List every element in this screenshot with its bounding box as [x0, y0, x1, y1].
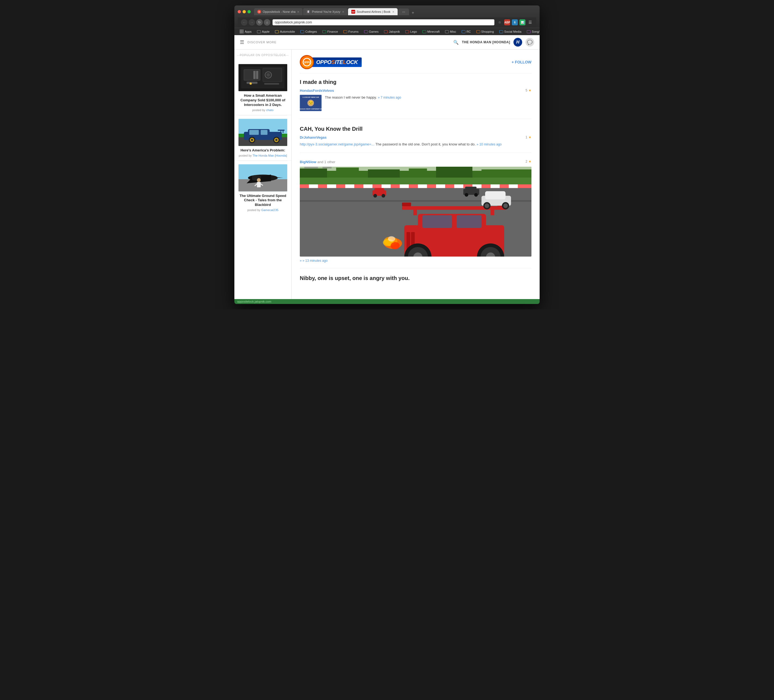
search-icon[interactable]: 🔍: [453, 40, 459, 45]
sidebar-article-gtr[interactable]: Here's America's Problem: posted by The …: [234, 116, 291, 161]
bookmarks-bar: Apps Apple Automobile Colleges Finance F…: [234, 28, 540, 35]
new-tab-button[interactable]: +: [410, 10, 417, 15]
bookmark-shopping[interactable]: Shopping: [474, 30, 496, 34]
nibby-title: Nibby, one is upset, one is angry with y…: [300, 275, 531, 281]
follow-button[interactable]: FOLLOW: [511, 60, 531, 64]
sidebar-img-engine: [238, 64, 287, 91]
tab-close-xyzzy[interactable]: ✕: [342, 10, 344, 13]
author-link-gamecat[interactable]: Gamecat235: [261, 208, 278, 211]
meme-svg: I LOVE MY NEW CAR 😒 AAAAAAA I WANT A DIF…: [300, 95, 322, 111]
nav-buttons: ← → ↻ ⌂: [241, 19, 270, 26]
post-time-3[interactable]: » 13 minutes ago: [300, 259, 327, 262]
sidebar-article-blackbird[interactable]: The Ultimate Ground Speed Check - Tales …: [234, 161, 291, 215]
bookmark-apple[interactable]: Apple: [255, 30, 272, 34]
site-wrapper: ☰ DISCOVER MORE 🔍 THE HONDA MAN [HOONDA]…: [234, 35, 540, 299]
bookmark-automobile[interactable]: Automobile: [273, 30, 297, 34]
bookmark-apps[interactable]: Apps: [238, 29, 254, 34]
browser-controls: O Oppositelock - None sha ✕ 🃏 Pretend Yo…: [238, 8, 536, 15]
posted-by-label-0: posted by: [252, 108, 266, 112]
maximize-button[interactable]: [248, 10, 251, 13]
post-section-1: I made a thing HondasFordsVolvos 5 ★: [300, 79, 531, 119]
extension-six-icon[interactable]: 6: [512, 19, 518, 25]
folder-icon-shopping: [476, 30, 480, 33]
folder-icon-minecraft: [422, 30, 426, 33]
bookmark-games[interactable]: Games: [362, 30, 381, 34]
folder-icon-rc: [462, 30, 465, 33]
tab-oppositelock[interactable]: O Oppositelock - None sha ✕: [254, 8, 303, 15]
bookmark-rc[interactable]: RC: [460, 30, 473, 34]
post-link-2[interactable]: http://pyx-3.socialgamer.net/game.jsp#ga…: [300, 142, 374, 146]
back-button[interactable]: ←: [241, 19, 248, 26]
tab-close-southwest[interactable]: ✕: [392, 10, 394, 13]
engine-svg: [238, 64, 287, 91]
bookmark-jalopnik[interactable]: Jalopnik: [382, 30, 402, 34]
refresh-button[interactable]: ↻: [256, 19, 263, 26]
bookmark-social-media[interactable]: Social Media: [497, 30, 524, 34]
post-section-4: Nibby, one is upset, one is angry with y…: [300, 275, 531, 287]
svg-point-110: [485, 203, 489, 208]
bookmark-lego[interactable]: Lego: [403, 30, 419, 34]
hamburger-menu-icon[interactable]: ☰: [240, 39, 244, 45]
browser-titlebar: O Oppositelock - None sha ✕ 🃏 Pretend Yo…: [234, 5, 540, 28]
svg-rect-74: [509, 184, 518, 188]
svg-point-81: [465, 193, 468, 196]
folder-icon-forums: [343, 30, 347, 33]
site-header: ☰ DISCOVER MORE 🔍 THE HONDA MAN [HOONDA]…: [234, 35, 540, 50]
forward-button[interactable]: →: [248, 19, 255, 26]
bookmark-finance[interactable]: Finance: [320, 30, 340, 34]
bookmark-colleges[interactable]: Colleges: [298, 30, 319, 34]
post-time-2[interactable]: » 10 minutes ago: [477, 142, 502, 146]
svg-point-20: [251, 139, 253, 141]
extension-chart-icon[interactable]: 📊: [519, 19, 526, 25]
minimize-button[interactable]: [243, 10, 246, 13]
bookmark-minecraft[interactable]: Minecraft: [420, 30, 442, 34]
tab-label-oppositelock: Oppositelock - None sha: [263, 10, 295, 13]
bubble-icon[interactable]: 💬: [526, 38, 534, 46]
folder-icon-finance: [322, 30, 326, 33]
bookmark-song-sound[interactable]: Song/Sound: [524, 30, 540, 34]
username-display: THE HONDA MAN [HOONDA]: [462, 40, 510, 44]
author-link-chato[interactable]: chato: [266, 108, 273, 112]
tab-xyzzy[interactable]: 🃏 Pretend You're Xyzzy ✕: [303, 8, 347, 15]
svg-rect-6: [246, 82, 258, 84]
apps-grid-icon: [240, 30, 244, 33]
sidebar-article-title-intercooler: How a Small American Company Sold $100,0…: [238, 93, 287, 107]
close-button[interactable]: [238, 10, 241, 13]
bookmark-star-icon[interactable]: ☆: [496, 19, 503, 25]
gtr-svg: [238, 119, 287, 146]
comment-time-1[interactable]: » 7 minutes ago: [378, 96, 401, 99]
bookmark-forums[interactable]: Forums: [341, 30, 361, 34]
tab-close-oppositelock[interactable]: ✕: [297, 10, 299, 13]
adblock-icon[interactable]: ABP: [504, 19, 510, 25]
tab-new[interactable]: ▭: [398, 8, 409, 15]
tab-favicon-southwest: SW: [351, 10, 355, 13]
bookmark-song-sound-label: Song/Sound: [532, 30, 540, 33]
main-content: OPPO OPPOSITELOCK FOLLOW I made a thing …: [292, 50, 540, 299]
menu-icon[interactable]: ☰: [527, 19, 533, 25]
tab-southwest[interactable]: SW Southwest Airlines | Book ✕: [348, 8, 398, 15]
address-icons: ☆ ABP 6 📊 ☰: [496, 19, 533, 25]
tab-label-southwest: Southwest Airlines | Book: [357, 10, 390, 13]
post-author-1[interactable]: HondasFordsVolvos: [300, 89, 334, 92]
address-bar-input[interactable]: [273, 19, 495, 25]
post-author-2[interactable]: DrJohannVegas: [300, 135, 326, 139]
svg-text:OPPO: OPPO: [303, 61, 311, 64]
traffic-lights: [238, 10, 251, 13]
post-author-3[interactable]: BigNSlow: [300, 160, 316, 164]
author-link-honda[interactable]: The Honda Man [Hoonda]: [252, 154, 287, 157]
sidebar-article-intercooler[interactable]: How a Small American Company Sold $100,0…: [234, 61, 291, 115]
honda-logo-icon[interactable]: H: [513, 38, 522, 46]
oppo-circle-icon: OPPO: [300, 55, 314, 69]
browser-addressbar: ← → ↻ ⌂ ☆ ABP 6 📊 ☰: [238, 17, 536, 28]
bookmark-jalopnik-label: Jalopnik: [389, 30, 400, 33]
home-button[interactable]: ⌂: [264, 19, 270, 26]
sidebar-article-meta-gtr: posted by The Honda Man [Hoonda]: [238, 154, 287, 157]
svg-rect-65: [345, 184, 354, 188]
post-stars-2: 1 ★: [526, 135, 531, 139]
bookmark-apps-label: Apps: [245, 30, 251, 33]
post-comment-row-1: I LOVE MY NEW CAR 😒 AAAAAAA I WANT A DIF…: [300, 95, 531, 111]
bookmark-misc[interactable]: Misc: [443, 30, 458, 34]
svg-rect-57: [304, 167, 318, 168]
svg-rect-70: [436, 184, 445, 188]
bookmark-finance-label: Finance: [327, 30, 338, 33]
